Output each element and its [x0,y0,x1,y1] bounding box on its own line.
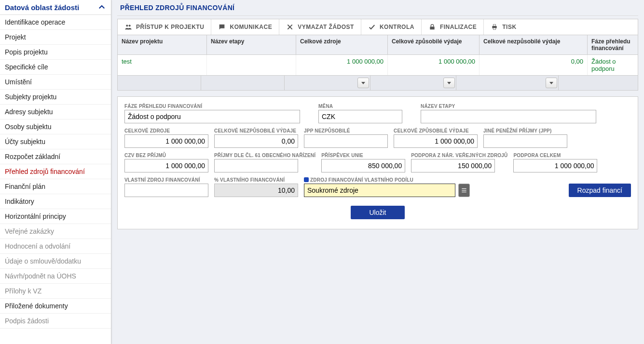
x-icon [286,23,294,31]
col-ineligible[interactable]: Celkové nezpůsobilé výdaje [480,35,588,55]
people-icon [124,23,132,31]
sidebar-item-7[interactable]: Osoby subjektu [0,119,111,134]
svg-rect-7 [493,28,496,29]
filter-total-dropdown[interactable] [357,78,369,88]
cell-phase: Žádost o podporu [588,55,638,75]
sidebar-header[interactable]: Datová oblast žádosti [0,0,111,15]
phase-field[interactable] [124,110,300,123]
chat-icon [218,23,226,31]
sidebar-item-18[interactable]: Přílohy k VZ [0,284,111,299]
svg-rect-4 [430,26,434,29]
sidebar-item-12[interactable]: Indikátory [0,194,111,209]
breakdown-button[interactable]: Rozpad financí [569,184,631,197]
communication-button[interactable]: KOMUNIKACE [211,19,279,35]
svg-marker-10 [549,82,553,84]
sidebar-item-0[interactable]: Identifikace operace [0,15,111,30]
own-type-field[interactable] [304,184,455,197]
sidebar-item-10[interactable]: Přehled zdrojů financování [0,164,111,179]
sidebar-item-2[interactable]: Popis projektu [0,45,111,60]
natpub-field[interactable] [411,159,495,172]
own-pct-field [214,184,298,197]
cell-project: test [118,55,207,75]
lock-icon [428,23,436,31]
finalize-button[interactable]: FINALIZACE [422,19,484,35]
sidebar-item-13[interactable]: Horizontální principy [0,209,111,224]
cell-total: 1 000 000,00 [296,55,388,75]
svg-rect-6 [493,25,496,26]
eu-label: PŘÍSPĚVEK UNIE [321,153,405,158]
sidebar-item-19[interactable]: Přiložené dokumenty [0,299,111,314]
own-type-label: ZDROJ FINANCOVÁNÍ VLASTNÍHO PODÍLU [304,177,470,183]
own-src-label: VLASTNÍ ZDROJ FINANCOVÁNÍ [124,177,208,183]
support-total-label: PODPORA CELKEM [513,153,597,158]
check-button[interactable]: KONTROLA [361,19,422,35]
svg-marker-8 [361,82,365,84]
col-total[interactable]: Celkové zdroje [296,35,388,55]
natpub-label: PODPORA Z NÁR. VEŘEJNÝCH ZDROJŮ [411,153,507,158]
stage-field[interactable] [421,110,596,123]
svg-rect-12 [462,190,466,190]
currency-label: MĚNA [318,104,402,109]
sidebar-item-5[interactable]: Subjekty projektu [0,90,111,105]
jpp-in-label: JPP NEZPŮSOBILÉ [304,128,388,133]
ineligible-label: CELKOVÉ NEZPŮSOBILÉ VÝDAJE [214,128,298,133]
sidebar-title: Datová oblast žádosti [5,3,79,12]
save-button[interactable]: Uložit [351,206,404,219]
app-root: Datová oblast žádosti Identifikace opera… [0,0,644,344]
jpp-in-field[interactable] [304,134,388,148]
svg-rect-11 [462,188,466,189]
col-stage[interactable]: Název etapy [207,35,296,55]
sidebar-item-6[interactable]: Adresy subjektu [0,105,111,119]
cell-stage [207,55,296,75]
sidebar-item-4[interactable]: Umístění [0,75,111,90]
sidebar-item-15[interactable]: Hodnocení a odvolání [0,239,111,254]
caret-down-icon [361,80,366,85]
filter-ineligible-dropdown[interactable] [546,78,557,88]
main-area: PŘEHLED ZDROJŮ FINANCOVÁNÍ PŘÍSTUP K PRO… [111,0,644,344]
support-total-field[interactable] [513,159,597,172]
sidebar-item-9[interactable]: Rozpočet základní [0,149,111,164]
total-label: CELKOVÉ ZDROJE [124,128,208,133]
check-icon [368,23,376,31]
page-title: PŘEHLED ZDROJŮ FINANCOVÁNÍ [117,0,638,16]
form-card: FÁZE PŘEHLEDU FINANCOVÁNÍ MĚNA NÁZEV ETA… [117,96,638,229]
list-icon [461,187,467,194]
czv-field[interactable] [124,159,208,172]
access-button[interactable]: PŘÍSTUP K PROJEKTU [118,19,211,35]
sidebar-item-17[interactable]: Návrh/podnět na ÚOHS [0,269,111,284]
phase-label: FÁZE PŘEHLEDU FINANCOVÁNÍ [124,104,300,109]
art61-label: PŘÍJMY DLE ČL. 61 OBECNÉHO NAŘÍZENÍ [214,153,315,158]
caret-down-icon [447,80,452,85]
sidebar: Datová oblast žádosti Identifikace opera… [0,0,111,344]
stage-label: NÁZEV ETAPY [421,104,596,109]
ineligible-field[interactable] [214,134,298,148]
col-project[interactable]: Název projektu [118,35,207,55]
eligible-field[interactable] [394,134,478,148]
sidebar-item-14[interactable]: Veřejné zakázky [0,224,111,239]
own-pct-label: % VLASTNÍHO FINANCOVÁNÍ [214,177,298,183]
toolbar: PŘÍSTUP K PROJEKTU KOMUNIKACE VYMAZAT ŽÁ… [117,19,638,35]
own-type-picker[interactable] [458,184,470,197]
data-grid: Název projektu Název etapy Celkové zdroj… [117,35,638,91]
currency-field[interactable] [318,110,402,123]
sidebar-item-16[interactable]: Údaje o smlouvě/dodatku [0,254,111,269]
art61-field[interactable] [214,159,298,172]
table-row[interactable]: test 1 000 000,00 1 000 000,00 0,00 Žádo… [118,55,638,75]
sidebar-item-3[interactable]: Specifické cíle [0,60,111,75]
grid-header: Název projektu Název etapy Celkové zdroj… [118,35,638,55]
total-field[interactable] [124,134,208,148]
own-src-field[interactable] [124,184,208,197]
svg-marker-9 [447,82,451,84]
sidebar-item-11[interactable]: Finanční plán [0,179,111,194]
sidebar-item-1[interactable]: Projekt [0,30,111,45]
sidebar-item-8[interactable]: Účty subjektu [0,134,111,149]
col-eligible[interactable]: Celkové způsobilé výdaje [388,35,480,55]
other-income-label: JINÉ PENĚŽNÍ PŘÍJMY (JPP) [483,128,567,133]
eu-field[interactable] [321,159,405,172]
sidebar-item-20[interactable]: Podpis žádosti [0,314,111,329]
col-phase[interactable]: Fáze přehledu financování [588,35,638,55]
delete-button[interactable]: VYMAZAT ŽÁDOST [279,19,361,35]
filter-eligible-dropdown[interactable] [443,78,455,88]
other-income-field[interactable] [483,134,567,148]
print-button[interactable]: TISK [484,19,523,35]
